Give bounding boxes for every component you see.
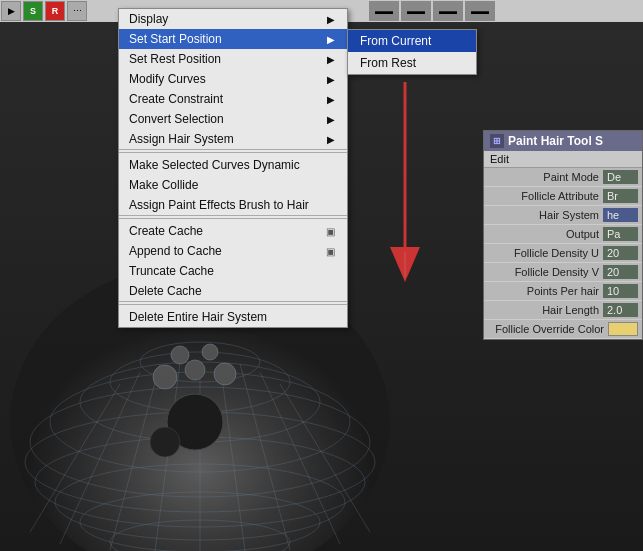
menu-item-set-start-position[interactable]: Set Start Position ▶ From Current From R… bbox=[119, 29, 347, 49]
value-follicle-color[interactable] bbox=[608, 322, 638, 336]
panel-row-output: Output Pa bbox=[484, 225, 642, 244]
submenu-set-start: From Current From Rest bbox=[347, 29, 477, 75]
filmstrip-icon-2[interactable]: ▬▬ bbox=[401, 1, 431, 21]
menu-item-make-collide[interactable]: Make Collide bbox=[119, 175, 347, 195]
panel-title-icon: ⊞ bbox=[490, 134, 504, 148]
divider-3 bbox=[119, 304, 347, 305]
menu-item-create-cache[interactable]: Create Cache ▣ bbox=[119, 221, 347, 241]
divider-2 bbox=[119, 218, 347, 219]
filmstrip-icon-3[interactable]: ▬▬ bbox=[433, 1, 463, 21]
filmstrip-icon-1[interactable]: ▬▬ bbox=[369, 1, 399, 21]
svg-point-22 bbox=[214, 363, 236, 385]
direction-arrow bbox=[365, 82, 445, 302]
paint-hair-panel: ⊞ Paint Hair Tool S Edit Paint Mode De F… bbox=[483, 130, 643, 340]
label-follicle-color: Follicle Override Color bbox=[488, 323, 608, 335]
svg-point-23 bbox=[171, 346, 189, 364]
menu-item-make-dynamic[interactable]: Make Selected Curves Dynamic bbox=[119, 155, 347, 175]
submenu-arrow-set-start: ▶ bbox=[327, 34, 335, 45]
submenu-arrow-constraint: ▶ bbox=[327, 94, 335, 105]
panel-row-points-per-hair: Points Per hair 10 bbox=[484, 282, 642, 301]
panel-title-label: Paint Hair Tool S bbox=[508, 134, 603, 148]
submenu-arrow-modify: ▶ bbox=[327, 74, 335, 85]
label-follicle-density-u: Follicle Density U bbox=[488, 247, 603, 259]
menu-item-set-rest-position[interactable]: Set Rest Position ▶ bbox=[119, 49, 347, 69]
menu-item-create-constraint[interactable]: Create Constraint ▶ bbox=[119, 89, 347, 109]
submenu-arrow-assign: ▶ bbox=[327, 134, 335, 145]
menu-item-delete-entire[interactable]: Delete Entire Hair System bbox=[119, 307, 347, 327]
filmstrip-icon-4[interactable]: ▬▬ bbox=[465, 1, 495, 21]
cache-icon-append: ▣ bbox=[326, 246, 335, 257]
menu-item-truncate-cache[interactable]: Truncate Cache bbox=[119, 261, 347, 281]
menu-item-assign-hair-system[interactable]: Assign Hair System ▶ bbox=[119, 129, 347, 150]
context-menu: Display ▶ Set Start Position ▶ From Curr… bbox=[118, 8, 348, 328]
value-follicle-density-v[interactable]: 20 bbox=[603, 265, 638, 279]
toolbar-r-icon[interactable]: R bbox=[45, 1, 65, 21]
svg-point-20 bbox=[153, 365, 177, 389]
panel-row-paint-mode: Paint Mode De bbox=[484, 168, 642, 187]
label-points-per-hair: Points Per hair bbox=[488, 285, 603, 297]
label-hair-system: Hair System bbox=[488, 209, 603, 221]
toolbar-s-icon[interactable]: S bbox=[23, 1, 43, 21]
label-hair-length: Hair Length bbox=[488, 304, 603, 316]
submenu-item-from-rest[interactable]: From Rest bbox=[348, 52, 476, 74]
submenu-arrow-rest: ▶ bbox=[327, 54, 335, 65]
value-hair-length[interactable]: 2.0 bbox=[603, 303, 638, 317]
svg-point-24 bbox=[202, 344, 218, 360]
menu-item-display[interactable]: Display ▶ bbox=[119, 9, 347, 29]
panel-title-bar: ⊞ Paint Hair Tool S bbox=[484, 131, 642, 151]
panel-row-hair-length: Hair Length 2.0 bbox=[484, 301, 642, 320]
value-follicle-density-u[interactable]: 20 bbox=[603, 246, 638, 260]
panel-row-follicle-attr: Follicle Attribute Br bbox=[484, 187, 642, 206]
panel-row-follicle-color: Follicle Override Color bbox=[484, 320, 642, 339]
menu-item-assign-paint-effects[interactable]: Assign Paint Effects Brush to Hair bbox=[119, 195, 347, 216]
value-paint-mode[interactable]: De bbox=[603, 170, 638, 184]
toolbar-icon-4[interactable]: ⋯ bbox=[67, 1, 87, 21]
value-points-per-hair[interactable]: 10 bbox=[603, 284, 638, 298]
menu-item-append-cache[interactable]: Append to Cache ▣ bbox=[119, 241, 347, 261]
panel-row-follicle-density-u: Follicle Density U 20 bbox=[484, 244, 642, 263]
panel-row-follicle-density-v: Follicle Density V 20 bbox=[484, 263, 642, 282]
submenu-item-from-current[interactable]: From Current bbox=[348, 30, 476, 52]
label-output: Output bbox=[488, 228, 603, 240]
submenu-arrow-display: ▶ bbox=[327, 14, 335, 25]
menu-item-delete-cache[interactable]: Delete Cache bbox=[119, 281, 347, 302]
label-paint-mode: Paint Mode bbox=[488, 171, 603, 183]
menu-item-modify-curves[interactable]: Modify Curves ▶ bbox=[119, 69, 347, 89]
svg-point-26 bbox=[150, 427, 180, 457]
value-follicle-attr[interactable]: Br bbox=[603, 189, 638, 203]
label-follicle-density-v: Follicle Density V bbox=[488, 266, 603, 278]
value-output[interactable]: Pa bbox=[603, 227, 638, 241]
menu-item-convert-selection[interactable]: Convert Selection ▶ bbox=[119, 109, 347, 129]
panel-edit-menu[interactable]: Edit bbox=[490, 153, 509, 165]
cache-icon-create: ▣ bbox=[326, 226, 335, 237]
svg-point-21 bbox=[185, 360, 205, 380]
submenu-arrow-convert: ▶ bbox=[327, 114, 335, 125]
panel-menu-bar[interactable]: Edit bbox=[484, 151, 642, 168]
value-hair-system[interactable]: he bbox=[603, 208, 638, 222]
toolbar-icon-1[interactable]: ▶ bbox=[1, 1, 21, 21]
divider-1 bbox=[119, 152, 347, 153]
label-follicle-attr: Follicle Attribute bbox=[488, 190, 603, 202]
panel-row-hair-system: Hair System he bbox=[484, 206, 642, 225]
